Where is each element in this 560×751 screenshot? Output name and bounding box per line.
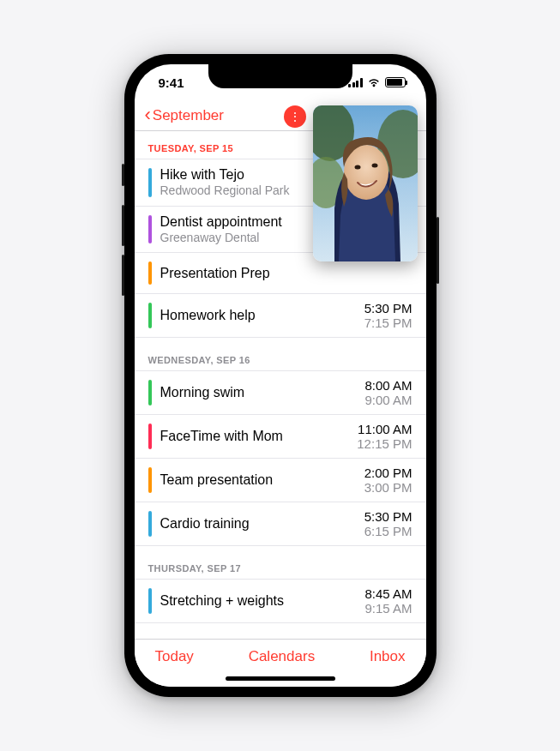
event-title: Team presentation: [160, 472, 364, 489]
event-end-time: 9:00 AM: [364, 393, 412, 407]
phone-frame: 9:41 ‹ September ⋮: [124, 54, 437, 697]
event-title: Morning swim: [160, 384, 365, 401]
event-title: Presentation Prep: [160, 265, 412, 282]
svg-point-6: [371, 164, 377, 168]
event-body: Stretching + weights: [160, 592, 365, 610]
event-start-time: 2:00 PM: [364, 466, 412, 480]
event-row[interactable]: Cardio training5:30 PM6:15 PM: [135, 502, 426, 546]
calendar-color-bar: [148, 168, 152, 197]
event-title: FaceTime with Mom: [160, 428, 358, 445]
screen: 9:41 ‹ September ⋮: [135, 64, 426, 687]
event-row[interactable]: Team presentation2:00 PM3:00 PM: [135, 458, 426, 502]
event-row[interactable]: FaceTime with Mom11:00 AM12:15 PM: [135, 414, 426, 458]
event-start-time: 5:30 PM: [364, 301, 412, 315]
event-body: Cardio training: [160, 515, 364, 532]
calendar-color-bar: [148, 215, 152, 244]
event-end-time: 6:15 PM: [364, 524, 412, 538]
event-row[interactable]: Stretching + weights8:45 AM9:15 AM: [135, 579, 426, 623]
event-row[interactable]: Morning swim8:00 AM9:00 AM: [135, 370, 426, 414]
event-times: 5:30 PM6:15 PM: [364, 509, 412, 538]
event-title: Stretching + weights: [160, 592, 365, 610]
back-label: September: [153, 107, 224, 124]
back-button[interactable]: ‹ September: [145, 107, 225, 124]
section-header: WEDNESDAY, SEP 16: [135, 338, 426, 370]
calendars-button[interactable]: Calendars: [249, 648, 316, 665]
battery-icon: [385, 77, 406, 87]
event-body: FaceTime with Mom: [160, 428, 358, 445]
event-title: Homework help: [160, 307, 364, 324]
event-start-time: 8:00 AM: [364, 378, 412, 393]
event-body: Homework help: [160, 307, 364, 324]
event-times: 5:30 PM7:15 PM: [364, 301, 412, 330]
calendar-color-bar: [148, 380, 152, 406]
event-row[interactable]: Homework help5:30 PM7:15 PM: [135, 293, 426, 338]
event-times: 2:00 PM3:00 PM: [364, 466, 412, 495]
power-button[interactable]: [437, 217, 439, 284]
event-start-time: 8:45 AM: [364, 586, 412, 601]
chevron-left-icon: ‹: [145, 105, 151, 124]
today-button[interactable]: Today: [155, 648, 194, 665]
event-body: Presentation Prep: [160, 265, 412, 282]
calendar-color-bar: [148, 424, 152, 449]
calendar-color-bar: [148, 303, 152, 328]
calendar-color-bar: [148, 467, 152, 493]
calendar-color-bar: [148, 261, 152, 285]
inbox-button[interactable]: Inbox: [370, 648, 406, 665]
event-end-time: 3:00 PM: [364, 480, 412, 495]
calendar-color-bar: [148, 511, 152, 537]
event-times: 11:00 AM12:15 PM: [357, 422, 412, 451]
event-body: Morning swim: [160, 384, 365, 401]
calendar-color-bar: [148, 588, 152, 614]
home-indicator[interactable]: [226, 676, 335, 681]
event-end-time: 7:15 PM: [364, 315, 412, 330]
event-times: 8:45 AM9:15 AM: [364, 586, 412, 616]
status-time: 9:41: [159, 75, 184, 90]
event-times: 8:00 AM9:00 AM: [364, 378, 412, 407]
svg-point-5: [354, 165, 360, 170]
event-title: Cardio training: [160, 515, 364, 532]
event-end-time: 12:15 PM: [357, 436, 412, 451]
wifi-icon: [367, 77, 381, 87]
facetime-pip[interactable]: [313, 105, 418, 261]
notch: [208, 64, 352, 88]
volume-down[interactable]: [122, 255, 124, 296]
mute-switch[interactable]: [122, 164, 124, 186]
section-header: THURSDAY, SEP 17: [135, 546, 426, 579]
event-body: Team presentation: [160, 472, 364, 489]
more-button[interactable]: ⋮: [284, 105, 306, 128]
event-start-time: 11:00 AM: [357, 422, 412, 436]
volume-up[interactable]: [122, 205, 124, 246]
event-start-time: 5:30 PM: [364, 509, 412, 524]
event-end-time: 9:15 AM: [364, 601, 412, 616]
